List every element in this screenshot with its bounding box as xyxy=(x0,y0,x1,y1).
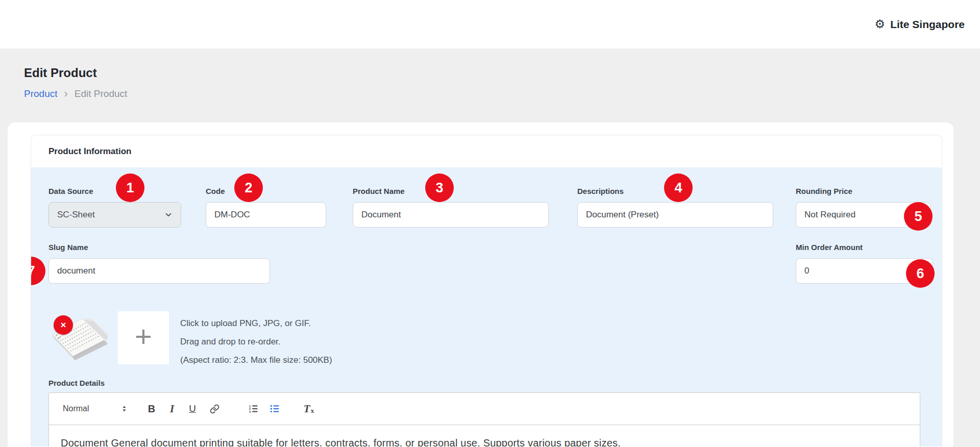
card-header: Product Information xyxy=(31,135,942,167)
image-upload-section: × xyxy=(48,311,933,369)
product-name-input[interactable] xyxy=(353,202,549,228)
remove-image-button[interactable]: × xyxy=(54,315,73,335)
content-wrapper: Product Information 1 Data Source SC-She… xyxy=(8,122,953,447)
annotation-badge-1: 1 xyxy=(116,173,144,202)
product-form-panel: 1 Data Source SC-Sheet 2 Code 3 xyxy=(31,167,942,446)
field-product-name: 3 Product Name xyxy=(353,187,549,228)
italic-button[interactable]: I xyxy=(162,400,182,418)
underline-icon: U xyxy=(189,403,196,414)
editor-toolbar: Normal B I U xyxy=(49,393,920,425)
upload-hints: Click to upload PNG, JPG, or GIF. Drag a… xyxy=(180,311,332,369)
field-descriptions: 4 Descriptions xyxy=(577,187,773,228)
code-label: Code xyxy=(206,187,326,196)
upload-hint-constraints: (Aspect ratio: 2:3. Max file size: 500KB… xyxy=(180,351,332,369)
data-source-label: Data Source xyxy=(48,187,181,196)
bold-button[interactable]: B xyxy=(141,400,162,418)
form-row-1: 1 Data Source SC-Sheet 2 Code 3 xyxy=(48,187,933,228)
min-order-amount-label: Min Order Amount xyxy=(796,243,933,252)
slug-name-input[interactable] xyxy=(48,258,270,284)
rounding-price-value: Not Required xyxy=(804,210,855,220)
form-row-2: 7 Slug Name 6 Min Order Amount xyxy=(48,243,933,284)
tenant-switcher[interactable]: ⚙ Lite Singapore xyxy=(875,18,965,31)
product-information-card: Product Information 1 Data Source SC-She… xyxy=(31,135,942,446)
upload-image-button[interactable]: + xyxy=(118,311,169,364)
annotation-badge-3: 3 xyxy=(425,173,454,202)
annotation-badge-5: 5 xyxy=(904,202,933,231)
breadcrumb: Product › Edit Product xyxy=(24,88,980,100)
chevron-down-icon xyxy=(164,211,173,219)
field-rounding-price: 5 Rounding Price Not Required xyxy=(796,187,931,228)
italic-icon: I xyxy=(170,403,174,415)
page: ⚙ Lite Singapore Edit Product Product › … xyxy=(0,0,980,447)
annotation-badge-4: 4 xyxy=(664,173,693,202)
annotation-badge-2: 2 xyxy=(234,173,263,202)
annotation-badge-6: 6 xyxy=(906,259,935,288)
close-icon: × xyxy=(60,319,66,331)
bold-icon: B xyxy=(148,403,155,415)
code-input[interactable] xyxy=(206,202,326,228)
breadcrumb-link-product[interactable]: Product xyxy=(24,88,57,100)
ordered-list-button[interactable]: 123 xyxy=(242,400,264,418)
data-source-select[interactable]: SC-Sheet xyxy=(48,202,181,228)
field-min-order-amount: 6 Min Order Amount xyxy=(796,243,933,284)
top-bar: ⚙ Lite Singapore xyxy=(0,0,980,48)
svg-text:3: 3 xyxy=(249,410,251,413)
gear-icon: ⚙ xyxy=(875,18,886,30)
plus-icon: + xyxy=(135,321,152,351)
product-details-label: Product Details xyxy=(48,379,933,388)
card-title: Product Information xyxy=(48,146,131,157)
upload-hint-formats: Click to upload PNG, JPG, or GIF. xyxy=(180,314,332,333)
clear-formatting-icon: T xyxy=(304,403,310,415)
slug-name-label: Slug Name xyxy=(48,243,270,252)
picker-arrows-icon xyxy=(120,404,128,413)
bullet-list-button[interactable] xyxy=(264,400,285,418)
annotation-badge-7: 7 xyxy=(31,257,45,285)
field-code: 2 Code xyxy=(206,187,326,228)
format-picker[interactable]: Normal xyxy=(63,404,128,413)
breadcrumb-separator-icon: › xyxy=(64,89,67,98)
page-title: Edit Product xyxy=(24,66,980,80)
clear-formatting-button[interactable]: Tx xyxy=(299,400,319,418)
clear-formatting-icon-sub: x xyxy=(311,407,314,415)
rich-text-editor: Normal B I U xyxy=(48,392,920,446)
link-button[interactable] xyxy=(203,400,226,418)
format-picker-value: Normal xyxy=(63,404,89,413)
link-icon xyxy=(210,404,219,414)
bullet-list-icon xyxy=(270,404,280,414)
breadcrumb-current: Edit Product xyxy=(75,88,128,100)
tenant-name: Lite Singapore xyxy=(890,18,965,31)
ordered-list-icon: 123 xyxy=(248,404,258,414)
rounding-price-label: Rounding Price xyxy=(796,187,931,196)
underline-button[interactable]: U xyxy=(182,400,203,418)
product-image-thumbnail[interactable]: × xyxy=(48,311,110,360)
field-data-source: 1 Data Source SC-Sheet xyxy=(48,187,181,228)
editor-content[interactable]: Document General document printing suita… xyxy=(49,425,920,446)
field-slug-name: 7 Slug Name xyxy=(48,243,270,284)
data-source-value: SC-Sheet xyxy=(57,210,95,220)
descriptions-input[interactable] xyxy=(577,202,773,228)
page-head: Edit Product Product › Edit Product xyxy=(0,48,980,100)
upload-hint-reorder: Drag and drop to re-order. xyxy=(180,333,332,351)
